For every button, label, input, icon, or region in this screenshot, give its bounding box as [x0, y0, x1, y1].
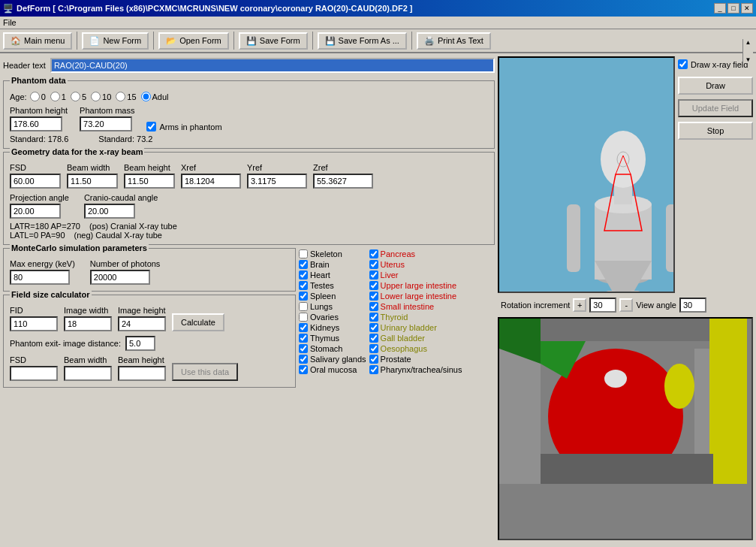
age-15[interactable]: 15 [116, 92, 136, 101]
beam-width-input[interactable] [67, 174, 118, 189]
organ-oes-checkbox[interactable] [369, 344, 378, 353]
organ-pancreas[interactable]: Pancreas [369, 249, 462, 258]
close-button[interactable]: ✕ [741, 3, 753, 14]
menu-file[interactable]: File [3, 18, 17, 27]
organ-uterus[interactable]: Uterus [369, 260, 462, 269]
organ-gall-bladder[interactable]: Gall bladder [369, 334, 462, 343]
save-form-as-button[interactable]: 💾 Save Form As ... [318, 32, 407, 50]
num-photons-input[interactable] [90, 270, 150, 285]
rotation-plus-button[interactable]: + [573, 298, 586, 312]
max-energy-input[interactable] [10, 270, 70, 285]
organ-skeleton-checkbox[interactable] [299, 249, 308, 258]
organ-ovaries-checkbox[interactable] [299, 313, 308, 322]
organ-prostate-checkbox[interactable] [369, 355, 378, 364]
toolbar-scroll-up[interactable]: ▲ [745, 39, 751, 46]
organ-liver-checkbox[interactable] [369, 270, 378, 280]
organ-pancreas-checkbox[interactable] [369, 249, 378, 258]
rotation-input[interactable] [589, 298, 616, 313]
organ-urinary-bladder[interactable]: Urinary bladder [369, 323, 462, 332]
print-as-text-button[interactable]: 🖨️ Print As Text [417, 32, 491, 50]
organ-brain[interactable]: Brain [299, 260, 366, 269]
img-height-input[interactable] [118, 316, 166, 331]
view-angle-input[interactable] [679, 298, 706, 313]
bh-calc-input[interactable] [118, 366, 166, 381]
organ-thyroid[interactable]: Thyroid [369, 313, 462, 322]
xref-input[interactable] [181, 174, 241, 189]
bw-calc-input[interactable] [64, 366, 112, 381]
organ-lower-large-intestine[interactable]: Lower large intestine [369, 292, 462, 301]
organ-prostate[interactable]: Prostate [369, 355, 462, 364]
open-form-button[interactable]: 📂 Open Form [158, 32, 229, 50]
organ-liver[interactable]: Liver [369, 270, 462, 280]
arms-checkbox-row[interactable]: Arms in phantom [146, 122, 221, 131]
organ-lungs-checkbox[interactable] [299, 302, 308, 311]
organ-uli-checkbox[interactable] [369, 281, 378, 290]
stop-button[interactable]: Stop [678, 122, 753, 140]
organ-oesophagus[interactable]: Oesophagus [369, 344, 462, 353]
organ-testes[interactable]: Testes [299, 281, 366, 290]
organ-oral[interactable]: Oral mucosa [299, 365, 366, 374]
beam-height-input[interactable] [124, 174, 175, 189]
organ-ovaries-label: Ovaries [310, 313, 339, 322]
draw-xray-checkbox[interactable] [678, 59, 688, 69]
organ-spleen[interactable]: Spleen [299, 292, 366, 301]
yref-input[interactable] [247, 174, 307, 189]
organ-thymus-checkbox[interactable] [299, 334, 308, 343]
organ-kidneys[interactable]: Kidneys [299, 323, 366, 332]
organ-uterus-checkbox[interactable] [369, 260, 378, 269]
age-1[interactable]: 1 [50, 92, 66, 101]
organ-lungs[interactable]: Lungs [299, 302, 366, 311]
organ-heart-checkbox[interactable] [299, 270, 308, 280]
draw-button[interactable]: Draw [678, 77, 753, 95]
fsd-calc-input[interactable] [10, 366, 58, 381]
organ-heart[interactable]: Heart [299, 270, 366, 280]
organ-stomach-checkbox[interactable] [299, 344, 308, 353]
cran-caud-input[interactable] [84, 204, 135, 219]
organ-thyroid-checkbox[interactable] [369, 313, 378, 322]
exit-input[interactable] [125, 336, 155, 351]
organ-pharynx-checkbox[interactable] [369, 365, 378, 374]
age-5[interactable]: 5 [71, 92, 86, 101]
organ-gb-checkbox[interactable] [369, 334, 378, 343]
phantom-mass-input[interactable] [80, 116, 132, 131]
arms-checkbox[interactable] [146, 122, 156, 131]
title-bar-buttons[interactable]: _ □ ✕ [714, 3, 753, 14]
age-0[interactable]: 0 [30, 92, 46, 101]
header-input[interactable] [50, 58, 495, 73]
organ-small-intestine[interactable]: Small intestine [369, 302, 462, 311]
organ-upper-large-intestine[interactable]: Upper large intestine [369, 281, 462, 290]
organ-si-checkbox[interactable] [369, 302, 378, 311]
organ-thymus[interactable]: Thymus [299, 334, 366, 343]
organ-salivary-checkbox[interactable] [299, 355, 308, 364]
organ-oral-checkbox[interactable] [299, 365, 308, 374]
organ-ub-checkbox[interactable] [369, 323, 378, 332]
proj-angle-input[interactable] [10, 204, 61, 219]
organ-ovaries[interactable]: Ovaries [299, 313, 366, 322]
organ-lli-checkbox[interactable] [369, 292, 378, 301]
main-menu-button[interactable]: 🏠 Main menu [3, 32, 72, 50]
age-10[interactable]: 10 [91, 92, 111, 101]
phantom-height-input[interactable] [10, 116, 62, 131]
organ-skeleton[interactable]: Skeleton [299, 249, 366, 258]
toolbar-scroll-down[interactable]: ▼ [745, 56, 751, 63]
age-adul[interactable]: Adul [141, 92, 169, 101]
organ-spleen-checkbox[interactable] [299, 292, 308, 301]
bottom-left: MonteCarlo simulation parameters Max ene… [3, 248, 495, 540]
calculate-button[interactable]: Calculate [172, 313, 224, 331]
zref-input[interactable] [313, 174, 373, 189]
save-form-button[interactable]: 💾 Save Form [239, 32, 308, 50]
fid-input[interactable] [10, 316, 58, 331]
organ-testes-checkbox[interactable] [299, 281, 308, 290]
fsd-input[interactable] [10, 174, 61, 189]
organ-pharynx[interactable]: Pharynx/trachea/sinus [369, 365, 462, 374]
img-width-input[interactable] [64, 316, 112, 331]
new-form-button[interactable]: 📄 New Form [82, 32, 149, 50]
rotation-minus-button[interactable]: - [619, 298, 633, 312]
minimize-button[interactable]: _ [714, 3, 726, 14]
organ-brain-checkbox[interactable] [299, 260, 308, 269]
draw-xray-checkbox-row[interactable]: Draw x-ray field [678, 59, 753, 69]
organ-kidneys-checkbox[interactable] [299, 323, 308, 332]
organ-stomach[interactable]: Stomach [299, 344, 366, 353]
organ-salivary[interactable]: Salivary glands [299, 355, 366, 364]
maximize-button[interactable]: □ [727, 3, 739, 14]
